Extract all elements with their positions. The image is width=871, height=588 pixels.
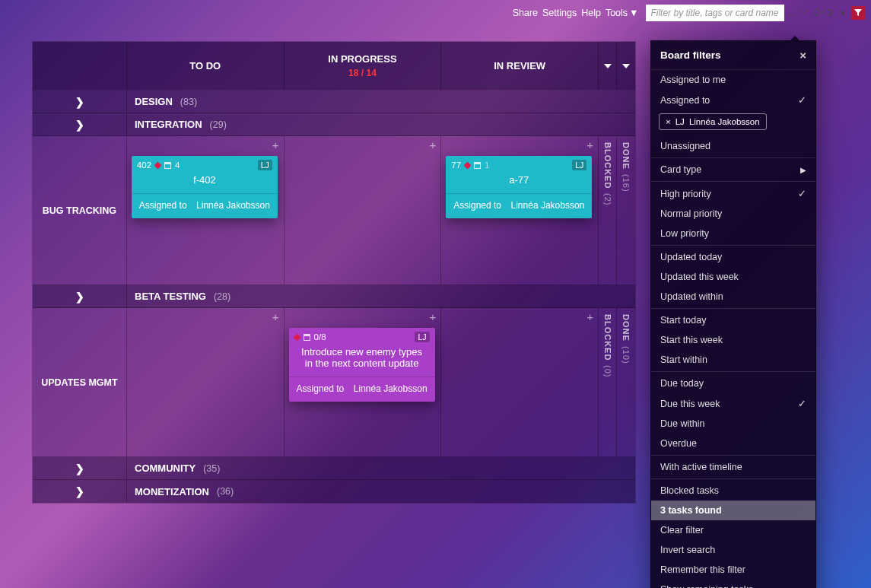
clear-search-button[interactable]: × <box>840 7 846 19</box>
updates-blocked-cell[interactable]: BLOCKED(0) <box>599 308 617 456</box>
panel-arrow-icon <box>790 36 800 41</box>
card-enemy[interactable]: 0/8 LJ Introduce new enemy types in the … <box>289 328 435 402</box>
expand-icon: ❯ <box>75 119 84 131</box>
col-in-progress: IN PROGRESS 18 / 14 <box>285 42 442 90</box>
next-result-button[interactable]: ﹀ <box>799 7 809 20</box>
add-card-button[interactable]: + <box>272 311 279 323</box>
lane-label-updates: UPDATES MGMT <box>33 308 127 456</box>
card-title: a-77 <box>446 173 592 193</box>
filter-card-type[interactable]: Card type▶ <box>651 160 815 180</box>
tools-link[interactable]: Tools▼ <box>606 8 639 18</box>
column-headers: TO DO IN PROGRESS 18 / 14 IN REVIEW <box>33 42 635 91</box>
assignee: Linnéa Jakobsson <box>511 200 585 211</box>
updates-todo-cell[interactable]: + <box>127 308 285 456</box>
chevron-down-icon <box>622 64 630 68</box>
lane-updates: UPDATES MGMT + + 0/8 LJ Introduce new en… <box>33 308 635 457</box>
filter-search-input[interactable] <box>646 5 784 21</box>
calendar-icon <box>164 162 171 169</box>
check-icon: ✓ <box>798 94 806 106</box>
lane-beta[interactable]: ❯ BETA TESTING(28) <box>33 285 635 308</box>
close-button[interactable]: × <box>799 49 806 62</box>
filter-updated-week[interactable]: Updated this week <box>651 267 815 287</box>
chip-remove-button[interactable]: × <box>666 117 671 126</box>
filter-result-count: 3 tasks found <box>651 501 815 520</box>
filter-start-within[interactable]: Start within <box>651 350 815 370</box>
filter-updated-within[interactable]: Updated within <box>651 287 815 307</box>
filter-due-today[interactable]: Due today <box>651 373 815 393</box>
filter-assigned-to-me[interactable]: Assigned to me <box>651 70 815 90</box>
col-done-collapse[interactable] <box>617 42 635 90</box>
filter-high-priority[interactable]: High priority✓ <box>651 183 815 204</box>
updates-inprogress-cell[interactable]: + 0/8 LJ Introduce new enemy types in th… <box>285 308 442 456</box>
bug-inprogress-cell[interactable]: + <box>285 136 442 284</box>
priority-icon <box>293 333 300 341</box>
funnel-icon <box>854 9 862 17</box>
avatar: LJ <box>415 332 429 342</box>
bug-blocked-cell[interactable]: BLOCKED(2) <box>599 136 617 284</box>
top-links: Share Settings Help Tools▼ <box>513 8 639 18</box>
avatar: LJ <box>572 160 586 170</box>
expand-icon: ❯ <box>75 291 84 303</box>
filter-clear[interactable]: Clear filter <box>651 520 815 540</box>
filter-updated-today[interactable]: Updated today <box>651 247 815 267</box>
lane-integration[interactable]: ❯ INTEGRATION(29) <box>33 113 635 136</box>
check-icon: ✓ <box>798 188 806 199</box>
add-card-button[interactable]: + <box>586 311 593 323</box>
add-card-button[interactable]: + <box>430 139 437 151</box>
filter-normal-priority[interactable]: Normal priority <box>651 204 815 224</box>
filter-active-timeline[interactable]: With active timeline <box>651 457 815 477</box>
calendar-icon <box>304 334 310 341</box>
chevron-down-icon <box>604 64 612 68</box>
filter-assigned-to[interactable]: Assigned to✓ <box>651 90 815 110</box>
filter-toggle-button[interactable] <box>851 6 865 20</box>
filter-remember[interactable]: Remember this filter <box>651 560 815 580</box>
assignee: Linnéa Jakobsson <box>354 383 428 394</box>
check-icon: ✓ <box>798 398 806 409</box>
filter-search-field[interactable] <box>650 8 780 18</box>
settings-link[interactable]: Settings <box>542 8 577 18</box>
priority-icon <box>464 161 472 169</box>
assignee-chip[interactable]: × LJ Linnéa Jakobsson <box>659 113 767 130</box>
card-f402[interactable]: 402 4 LJ f-402 Assigned to Linnéa Jakobs… <box>132 156 278 218</box>
bug-inreview-cell[interactable]: + 77 1 LJ a-77 Assigned to Linnéa Jakobs… <box>441 136 599 284</box>
filter-unassigned[interactable]: Unassigned <box>651 136 815 156</box>
bug-todo-cell[interactable]: + 402 4 LJ f-402 Assigned to Linnéa Jako… <box>127 136 285 284</box>
col-blocked-collapse[interactable] <box>599 42 617 90</box>
add-card-button[interactable]: + <box>430 311 437 323</box>
filter-low-priority[interactable]: Low priority <box>651 224 815 243</box>
lane-label-bug: BUG TRACKING <box>33 136 127 284</box>
wip-count: 18 / 14 <box>348 68 377 78</box>
col-todo: TO DO <box>127 42 285 90</box>
card-title: f-402 <box>132 173 278 193</box>
filter-due-within[interactable]: Due within <box>651 414 815 434</box>
filter-start-today[interactable]: Start today <box>651 310 815 330</box>
lane-design[interactable]: ❯ DESIGN(83) <box>33 91 635 113</box>
calendar-icon <box>474 162 481 169</box>
board-filters-panel: Board filters × Assigned to me Assigned … <box>650 40 816 588</box>
filters-header: Board filters × <box>651 41 815 70</box>
filter-start-week[interactable]: Start this week <box>651 330 815 350</box>
add-card-button[interactable]: + <box>586 139 593 151</box>
prev-result-button[interactable]: ︿ <box>787 7 796 20</box>
lane-monetization[interactable]: ❯ MONETIZATION(36) <box>33 480 635 503</box>
updates-inreview-cell[interactable]: + <box>441 308 599 456</box>
filter-overdue[interactable]: Overdue <box>651 434 815 453</box>
lane-header-cell <box>33 42 127 90</box>
filter-invert[interactable]: Invert search <box>651 540 815 560</box>
assignee: Linnéa Jakobsson <box>196 200 270 211</box>
filter-due-week[interactable]: Due this week✓ <box>651 393 815 414</box>
bug-done-cell[interactable]: DONE(16) <box>617 136 635 284</box>
filter-show-remaining[interactable]: Show remaining tasks <box>651 580 815 588</box>
updates-done-cell[interactable]: DONE(10) <box>617 308 635 456</box>
expand-icon: ❯ <box>75 96 84 108</box>
card-a77[interactable]: 77 1 LJ a-77 Assigned to Linnéa Jakobsso… <box>446 156 592 218</box>
share-link[interactable]: Share <box>513 8 538 18</box>
add-card-button[interactable]: + <box>272 139 279 151</box>
help-link[interactable]: Help <box>581 8 601 18</box>
topbar: Share Settings Help Tools▼ ︿ ﹀ 0 / 3 × <box>513 5 865 21</box>
caret-down-icon: ▼ <box>629 8 638 18</box>
lane-community[interactable]: ❯ COMMUNITY(35) <box>33 457 635 480</box>
priority-icon <box>154 161 162 169</box>
filter-blocked-tasks[interactable]: Blocked tasks <box>651 481 815 501</box>
lane-bug-tracking: BUG TRACKING + 402 4 LJ f-402 Assigned t… <box>33 136 635 285</box>
